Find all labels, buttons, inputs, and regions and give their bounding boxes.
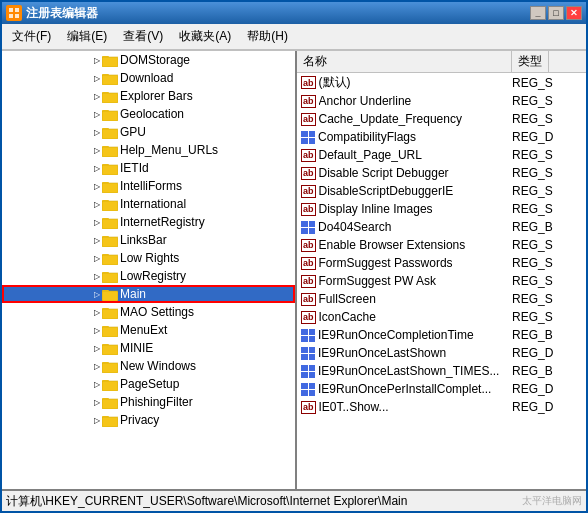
expand-arrow[interactable]: ▷	[92, 361, 102, 371]
expand-arrow[interactable]: ▷	[92, 343, 102, 353]
tree-label: IntelliForms	[120, 179, 182, 193]
app-icon	[6, 5, 22, 21]
reg-entry-type: REG_S	[512, 292, 582, 306]
tree-label: MINIE	[120, 341, 153, 355]
list-item[interactable]: ab (默认) REG_S	[297, 73, 586, 92]
menu-favorites[interactable]: 收藏夹(A)	[173, 26, 237, 47]
expand-arrow[interactable]: ▷	[92, 109, 102, 119]
list-item[interactable]: ab Anchor Underline REG_S	[297, 92, 586, 110]
tree-item-download[interactable]: ▷ Download	[2, 69, 295, 87]
list-item[interactable]: ab Disable Script Debugger REG_S	[297, 164, 586, 182]
reg-entry-type: REG_S	[512, 184, 582, 198]
reg-entry-name: FullScreen	[319, 292, 512, 306]
menu-edit[interactable]: 编辑(E)	[61, 26, 113, 47]
list-item[interactable]: IE9RunOncePerInstallComplet... REG_D	[297, 380, 586, 398]
menu-file[interactable]: 文件(F)	[6, 26, 57, 47]
tree-item-minie[interactable]: ▷ MINIE	[2, 339, 295, 357]
expand-arrow[interactable]: ▷	[92, 325, 102, 335]
list-item[interactable]: IE9RunOnceCompletionTime REG_B	[297, 326, 586, 344]
expand-arrow[interactable]: ▷	[92, 415, 102, 425]
list-item[interactable]: ab Display Inline Images REG_S	[297, 200, 586, 218]
list-item[interactable]: ab DisableScriptDebuggerIE REG_S	[297, 182, 586, 200]
expand-arrow[interactable]: ▷	[92, 379, 102, 389]
list-item[interactable]: ab IconCache REG_S	[297, 308, 586, 326]
list-item[interactable]: ab Enable Browser Extensions REG_S	[297, 236, 586, 254]
folder-icon	[102, 233, 118, 247]
expand-arrow[interactable]: ▷	[92, 235, 102, 245]
reg-entry-type: REG_S	[512, 76, 582, 90]
expand-arrow[interactable]: ▷	[92, 253, 102, 263]
tree-item-intelliforms[interactable]: ▷ IntelliForms	[2, 177, 295, 195]
reg-entry-type: REG_S	[512, 166, 582, 180]
tree-item-helpmenuurl[interactable]: ▷ Help_Menu_URLs	[2, 141, 295, 159]
list-item[interactable]: ab FormSuggest Passwords REG_S	[297, 254, 586, 272]
reg-entry-type: REG_D	[512, 382, 582, 396]
list-header: 名称 类型	[297, 51, 586, 73]
tree-item-domstorage[interactable]: ▷ DOMStorage	[2, 51, 295, 69]
svg-rect-32	[102, 218, 109, 221]
svg-rect-17	[102, 128, 109, 131]
svg-rect-41	[102, 272, 109, 275]
svg-rect-0	[9, 8, 13, 12]
expand-arrow[interactable]: ▷	[92, 289, 102, 299]
tree-item-phishingfilter[interactable]: ▷ PhishingFilter	[2, 393, 295, 411]
tree-label: PageSetup	[120, 377, 179, 391]
tree-item-pagesetup[interactable]: ▷ PageSetup	[2, 375, 295, 393]
expand-arrow[interactable]: ▷	[92, 397, 102, 407]
list-item[interactable]: IE9RunOnceLastShown REG_D	[297, 344, 586, 362]
list-view[interactable]: ab (默认) REG_S ab Anchor Underline REG_S …	[297, 73, 586, 489]
tree-item-lowrights[interactable]: ▷ Low Rights	[2, 249, 295, 267]
expand-arrow[interactable]: ▷	[92, 145, 102, 155]
menu-view[interactable]: 查看(V)	[117, 26, 169, 47]
reg-icon-ab: ab	[301, 257, 316, 270]
tree-item-privacy[interactable]: ▷ Privacy	[2, 411, 295, 429]
svg-rect-29	[102, 200, 109, 203]
reg-icon-grid	[301, 221, 315, 234]
expand-arrow[interactable]: ▷	[92, 181, 102, 191]
svg-rect-8	[102, 74, 109, 77]
list-item[interactable]: ab FullScreen REG_S	[297, 290, 586, 308]
tree-item-main[interactable]: ▷ Main	[2, 285, 295, 303]
reg-icon-grid	[301, 347, 315, 360]
reg-entry-name: (默认)	[319, 74, 512, 91]
tree-item-international[interactable]: ▷ International	[2, 195, 295, 213]
list-item[interactable]: Do404Search REG_B	[297, 218, 586, 236]
expand-arrow[interactable]: ▷	[92, 307, 102, 317]
tree-label: New Windows	[120, 359, 196, 373]
svg-rect-62	[102, 398, 109, 401]
expand-arrow[interactable]: ▷	[92, 127, 102, 137]
tree-item-ietid[interactable]: ▷ IETId	[2, 159, 295, 177]
tree-item-lowregistry[interactable]: ▷ LowRegistry	[2, 267, 295, 285]
list-item[interactable]: ab Cache_Update_Frequency REG_S	[297, 110, 586, 128]
tree-item-maosettings[interactable]: ▷ MAO Settings	[2, 303, 295, 321]
reg-icon-ab: ab	[301, 95, 316, 108]
expand-arrow[interactable]: ▷	[92, 217, 102, 227]
expand-arrow[interactable]: ▷	[92, 271, 102, 281]
close-button[interactable]: ✕	[566, 6, 582, 20]
tree-item-gpu[interactable]: ▷ GPU	[2, 123, 295, 141]
tree-item-linksbar[interactable]: ▷ LinksBar	[2, 231, 295, 249]
tree-item-explorerbars[interactable]: ▷ Explorer Bars	[2, 87, 295, 105]
tree-item-internetregistry[interactable]: ▷ InternetRegistry	[2, 213, 295, 231]
tree-label: Help_Menu_URLs	[120, 143, 218, 157]
minimize-button[interactable]: _	[530, 6, 546, 20]
reg-entry-name: Disable Script Debugger	[319, 166, 512, 180]
list-item[interactable]: ab FormSuggest PW Ask REG_S	[297, 272, 586, 290]
menu-help[interactable]: 帮助(H)	[241, 26, 294, 47]
list-item[interactable]: ab Default_Page_URL REG_S	[297, 146, 586, 164]
tree-item-newwindows[interactable]: ▷ New Windows	[2, 357, 295, 375]
expand-arrow[interactable]: ▷	[92, 73, 102, 83]
expand-arrow[interactable]: ▷	[92, 55, 102, 65]
list-item[interactable]: IE9RunOnceLastShown_TIMES... REG_B	[297, 362, 586, 380]
svg-rect-11	[102, 92, 109, 95]
tree-view[interactable]: ▷ DOMStorage ▷	[2, 51, 295, 489]
expand-arrow[interactable]: ▷	[92, 163, 102, 173]
list-item[interactable]: ab IE0T..Show... REG_D	[297, 398, 586, 416]
expand-arrow[interactable]: ▷	[92, 91, 102, 101]
tree-item-menuext[interactable]: ▷ MenuExt	[2, 321, 295, 339]
tree-item-geolocation[interactable]: ▷ Geolocation	[2, 105, 295, 123]
list-item[interactable]: CompatibilityFlags REG_D	[297, 128, 586, 146]
expand-arrow[interactable]: ▷	[92, 199, 102, 209]
reg-entry-name: FormSuggest Passwords	[319, 256, 512, 270]
maximize-button[interactable]: □	[548, 6, 564, 20]
